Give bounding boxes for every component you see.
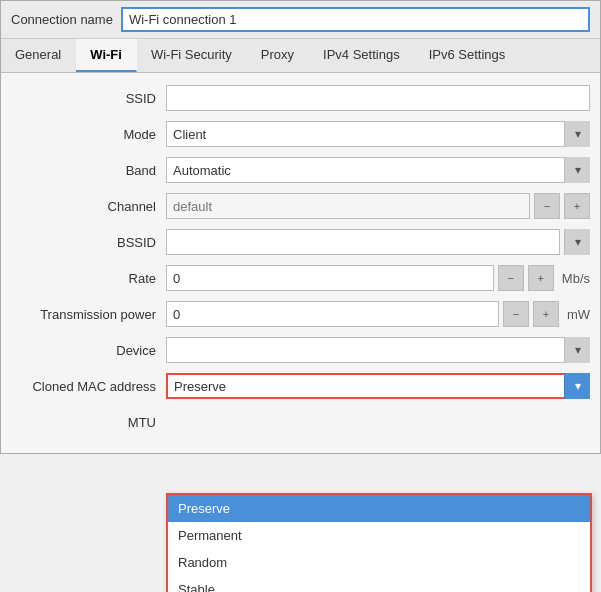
device-control [166, 337, 590, 363]
tab-ipv4[interactable]: IPv4 Settings [309, 39, 415, 72]
ssid-row: SSID [1, 83, 600, 113]
cloned-mac-row: Cloned MAC address Preserve [1, 371, 600, 401]
ssid-label: SSID [11, 91, 166, 106]
rate-unit-label: Mb/s [558, 271, 590, 286]
mode-control: Client [166, 121, 590, 147]
connection-name-row: Connection name [1, 1, 600, 39]
tab-proxy[interactable]: Proxy [247, 39, 309, 72]
device-dropdown-arrow[interactable] [564, 337, 590, 363]
channel-label: Channel [11, 199, 166, 214]
channel-increment-button[interactable]: + [564, 193, 590, 219]
device-label: Device [11, 343, 166, 358]
tx-power-input[interactable] [166, 301, 499, 327]
mtu-label: MTU [11, 415, 166, 430]
cloned-mac-control: Preserve [166, 373, 590, 399]
bssid-row: BSSID [1, 227, 600, 257]
dropdown-item-random[interactable]: Random [168, 549, 590, 576]
channel-decrement-button[interactable]: − [534, 193, 560, 219]
rate-decrement-button[interactable]: − [498, 265, 524, 291]
dropdown-item-preserve[interactable]: Preserve [168, 495, 590, 522]
cloned-mac-select-wrapper[interactable]: Preserve [166, 373, 590, 399]
cloned-mac-label: Cloned MAC address [11, 379, 166, 394]
rate-increment-button[interactable]: + [528, 265, 554, 291]
channel-input[interactable] [166, 193, 530, 219]
rate-label: Rate [11, 271, 166, 286]
band-row: Band Automatic [1, 155, 600, 185]
rate-input[interactable] [166, 265, 494, 291]
bssid-input[interactable] [166, 229, 560, 255]
device-select-wrapper[interactable] [166, 337, 590, 363]
bssid-label: BSSID [11, 235, 166, 250]
network-editor-dialog: Connection name General Wi-Fi Wi-Fi Secu… [0, 0, 601, 454]
band-select-display[interactable]: Automatic [166, 157, 590, 183]
mode-label: Mode [11, 127, 166, 142]
cloned-mac-dropdown-arrow[interactable] [564, 373, 590, 399]
band-select-wrapper[interactable]: Automatic [166, 157, 590, 183]
connection-name-label: Connection name [11, 12, 113, 27]
tx-power-control: − + mW [166, 301, 590, 327]
mode-row: Mode Client [1, 119, 600, 149]
cloned-mac-dropdown-menu: Preserve Permanent Random Stable [166, 493, 592, 592]
bssid-control [166, 229, 590, 255]
tx-power-label: Transmission power [11, 307, 166, 322]
band-control: Automatic [166, 157, 590, 183]
tab-content: SSID Mode Client Band Automatic [1, 73, 600, 453]
tx-power-unit-label: mW [563, 307, 590, 322]
channel-row: Channel − + [1, 191, 600, 221]
tab-ipv6[interactable]: IPv6 Settings [415, 39, 521, 72]
channel-control: − + [166, 193, 590, 219]
tx-power-row: Transmission power − + mW [1, 299, 600, 329]
bssid-select-wrapper[interactable] [564, 229, 590, 255]
tx-power-decrement-button[interactable]: − [503, 301, 529, 327]
ssid-control [166, 85, 590, 111]
device-select-display[interactable] [166, 337, 590, 363]
rate-control: − + Mb/s [166, 265, 590, 291]
band-dropdown-arrow[interactable] [564, 157, 590, 183]
band-label: Band [11, 163, 166, 178]
tab-wifi-security[interactable]: Wi-Fi Security [137, 39, 247, 72]
bssid-dropdown-arrow[interactable] [564, 229, 590, 255]
tabs-bar: General Wi-Fi Wi-Fi Security Proxy IPv4 … [1, 39, 600, 73]
dropdown-item-stable[interactable]: Stable [168, 576, 590, 592]
mode-select-wrapper[interactable]: Client [166, 121, 590, 147]
mode-dropdown-arrow[interactable] [564, 121, 590, 147]
connection-name-input[interactable] [121, 7, 590, 32]
mtu-row: MTU [1, 407, 600, 437]
dropdown-item-permanent[interactable]: Permanent [168, 522, 590, 549]
tab-wifi[interactable]: Wi-Fi [76, 39, 137, 72]
tab-general[interactable]: General [1, 39, 76, 72]
cloned-mac-select-display[interactable]: Preserve [166, 373, 590, 399]
tx-power-increment-button[interactable]: + [533, 301, 559, 327]
ssid-input[interactable] [166, 85, 590, 111]
device-row: Device [1, 335, 600, 365]
rate-row: Rate − + Mb/s [1, 263, 600, 293]
mode-select-display[interactable]: Client [166, 121, 590, 147]
